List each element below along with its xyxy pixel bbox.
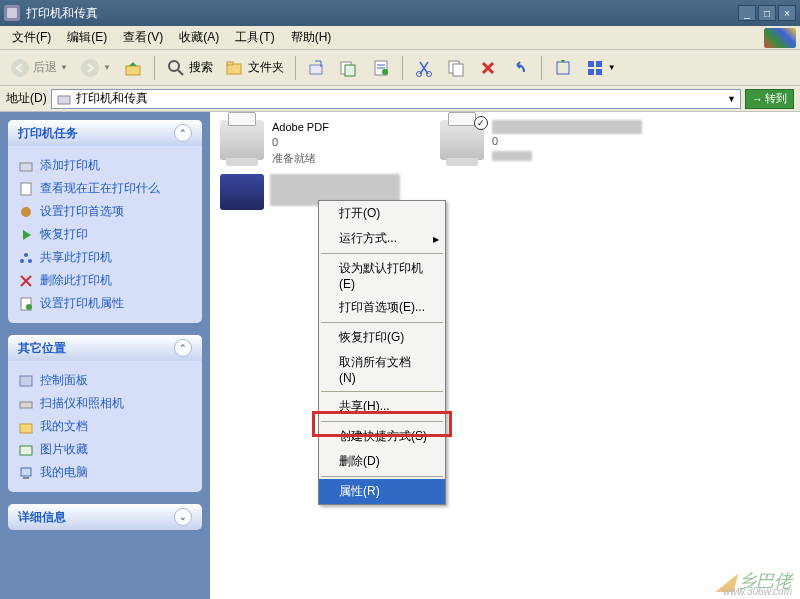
properties-button[interactable]: [367, 54, 395, 82]
link-scanners[interactable]: 扫描仪和照相机: [18, 392, 192, 415]
context-menu: 打开(O) 运行方式...▶ 设为默认打印机(E) 打印首选项(E)... 恢复…: [318, 200, 446, 505]
task-properties[interactable]: 设置打印机属性: [18, 292, 192, 315]
printer-icon: [220, 120, 264, 160]
svg-point-31: [26, 304, 32, 310]
task-share[interactable]: 共享此打印机: [18, 246, 192, 269]
forward-button: ▼: [76, 54, 115, 82]
task-view-printing[interactable]: 查看现在正在打印什么: [18, 177, 192, 200]
undo-icon: [510, 58, 530, 78]
task-preferences[interactable]: 设置打印首选项: [18, 200, 192, 223]
ctx-resume[interactable]: 恢复打印(G): [319, 325, 445, 350]
printer-name: Adobe PDF: [272, 120, 329, 135]
dropdown-icon[interactable]: ▼: [727, 94, 736, 104]
other-places-header[interactable]: 其它位置 ⌃: [8, 335, 202, 361]
link-label: 我的文档: [40, 418, 88, 435]
menu-tools[interactable]: 工具(T): [227, 27, 282, 48]
ctx-share[interactable]: 共享(H)...: [319, 394, 445, 419]
address-bar: 地址(D) 打印机和传真 ▼ → 转到: [0, 86, 800, 112]
printer-selected[interactable]: [220, 174, 264, 210]
collapse-icon: ⌃: [174, 124, 192, 142]
link-label: 扫描仪和照相机: [40, 395, 124, 412]
address-label: 地址(D): [6, 90, 47, 107]
details-panel: 详细信息 ⌄: [8, 504, 202, 530]
toolbar-separator: [154, 56, 155, 80]
cut-button[interactable]: [410, 54, 438, 82]
expand-icon: ⌄: [174, 508, 192, 526]
svg-rect-7: [310, 65, 322, 74]
ctx-delete[interactable]: 删除(D): [319, 449, 445, 474]
ctx-label: 运行方式...: [339, 231, 397, 245]
content-pane[interactable]: Adobe PDF 0 准备就绪 ✓ 0: [210, 112, 800, 599]
details-header[interactable]: 详细信息 ⌄: [8, 504, 202, 530]
link-label: 图片收藏: [40, 441, 88, 458]
back-button: 后退 ▼: [6, 54, 72, 82]
svg-rect-23: [58, 96, 70, 104]
search-label: 搜索: [189, 59, 213, 76]
svg-point-28: [20, 259, 24, 263]
document-icon: [18, 181, 34, 197]
window-titlebar: 打印机和传真 _ □ ×: [0, 0, 800, 26]
app-icon: [4, 5, 20, 21]
folders-button[interactable]: 文件夹: [221, 54, 288, 82]
printer-tasks-panel: 打印机任务 ⌃ 添加打印机 查看现在正在打印什么 设置打印首选项 恢复打印 共享…: [8, 120, 202, 323]
move-to-button[interactable]: [303, 54, 331, 82]
refresh-button[interactable]: [549, 54, 577, 82]
svg-rect-24: [20, 163, 32, 171]
window-title: 打印机和传真: [26, 5, 736, 22]
copy-to-button[interactable]: [335, 54, 363, 82]
menu-favorites[interactable]: 收藏(A): [171, 27, 227, 48]
ctx-separator: [321, 476, 443, 477]
search-button[interactable]: 搜索: [162, 54, 217, 82]
link-pictures[interactable]: 图片收藏: [18, 438, 192, 461]
address-input[interactable]: 打印机和传真 ▼: [51, 89, 741, 109]
link-mydocs[interactable]: 我的文档: [18, 415, 192, 438]
ctx-preferences[interactable]: 打印首选项(E)...: [319, 295, 445, 320]
delete-button[interactable]: [474, 54, 502, 82]
toolbar-separator: [402, 56, 403, 80]
printer-default[interactable]: ✓ 0: [440, 120, 640, 161]
go-button[interactable]: → 转到: [745, 89, 794, 109]
undo-button[interactable]: [506, 54, 534, 82]
ctx-cancel-all[interactable]: 取消所有文档(N): [319, 350, 445, 389]
menu-help[interactable]: 帮助(H): [283, 27, 340, 48]
ctx-set-default[interactable]: 设为默认打印机(E): [319, 256, 445, 295]
ctx-properties[interactable]: 属性(R): [319, 479, 445, 504]
copy-button[interactable]: [442, 54, 470, 82]
svg-rect-35: [20, 446, 32, 455]
ctx-runas[interactable]: 运行方式...▶: [319, 226, 445, 251]
printer-info: Adobe PDF 0 准备就绪: [272, 120, 329, 166]
menu-view[interactable]: 查看(V): [115, 27, 171, 48]
maximize-button[interactable]: □: [758, 5, 776, 21]
address-value: 打印机和传真: [76, 90, 148, 107]
svg-point-27: [24, 253, 28, 257]
svg-point-26: [21, 207, 31, 217]
menu-file[interactable]: 文件(F): [4, 27, 59, 48]
printer-tasks-header[interactable]: 打印机任务 ⌃: [8, 120, 202, 146]
svg-rect-2: [126, 66, 140, 75]
submenu-arrow-icon: ▶: [433, 234, 439, 243]
task-label: 添加打印机: [40, 157, 100, 174]
svg-rect-21: [588, 69, 594, 75]
task-resume[interactable]: 恢复打印: [18, 223, 192, 246]
default-check-icon: ✓: [474, 116, 488, 130]
ctx-create-shortcut[interactable]: 创建快捷方式(S): [319, 424, 445, 449]
link-control-panel[interactable]: 控制面板: [18, 369, 192, 392]
other-places-panel: 其它位置 ⌃ 控制面板 扫描仪和照相机 我的文档 图片收藏 我的电脑: [8, 335, 202, 492]
close-button[interactable]: ×: [778, 5, 796, 21]
minimize-button[interactable]: _: [738, 5, 756, 21]
up-button[interactable]: [119, 54, 147, 82]
task-delete[interactable]: 删除此打印机: [18, 269, 192, 292]
gear-icon: [18, 204, 34, 220]
ctx-separator: [321, 391, 443, 392]
sidebar: 打印机任务 ⌃ 添加打印机 查看现在正在打印什么 设置打印首选项 恢复打印 共享…: [0, 112, 210, 599]
printer-adobe-pdf[interactable]: Adobe PDF 0 准备就绪: [220, 120, 420, 166]
task-add-printer[interactable]: 添加打印机: [18, 154, 192, 177]
views-button[interactable]: ▼: [581, 54, 620, 82]
panel-title: 其它位置: [18, 340, 174, 357]
menu-edit[interactable]: 编辑(E): [59, 27, 115, 48]
link-mycomputer[interactable]: 我的电脑: [18, 461, 192, 484]
task-label: 设置打印首选项: [40, 203, 124, 220]
computer-icon: [18, 465, 34, 481]
ctx-open[interactable]: 打开(O): [319, 201, 445, 226]
ctx-separator: [321, 322, 443, 323]
